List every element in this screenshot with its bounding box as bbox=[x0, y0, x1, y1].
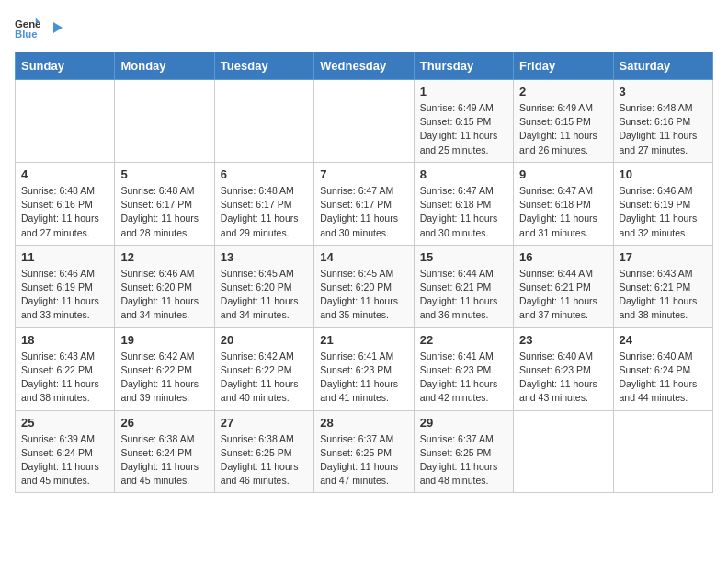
day-number: 15 bbox=[420, 250, 507, 264]
day-number: 1 bbox=[420, 85, 507, 98]
day-info: Sunrise: 6:49 AMSunset: 6:15 PMDaylight:… bbox=[519, 101, 607, 157]
calendar-week-row: 1Sunrise: 6:49 AMSunset: 6:15 PMDaylight… bbox=[16, 80, 713, 163]
day-number: 12 bbox=[120, 250, 208, 264]
day-number: 10 bbox=[620, 167, 707, 181]
day-info: Sunrise: 6:47 AMSunset: 6:18 PMDaylight:… bbox=[420, 184, 507, 240]
day-info: Sunrise: 6:38 AMSunset: 6:24 PMDaylight:… bbox=[120, 432, 208, 488]
day-info: Sunrise: 6:46 AMSunset: 6:19 PMDaylight:… bbox=[620, 184, 707, 240]
day-info: Sunrise: 6:44 AMSunset: 6:21 PMDaylight:… bbox=[420, 267, 507, 323]
day-info: Sunrise: 6:45 AMSunset: 6:20 PMDaylight:… bbox=[221, 267, 308, 323]
day-info: Sunrise: 6:37 AMSunset: 6:25 PMDaylight:… bbox=[320, 432, 407, 488]
calendar-cell bbox=[214, 80, 313, 163]
calendar-cell bbox=[514, 410, 613, 493]
calendar-week-row: 25Sunrise: 6:39 AMSunset: 6:24 PMDayligh… bbox=[16, 410, 713, 493]
calendar-header: SundayMondayTuesdayWednesdayThursdayFrid… bbox=[16, 52, 713, 80]
day-info: Sunrise: 6:40 AMSunset: 6:23 PMDaylight:… bbox=[519, 350, 607, 406]
day-number: 18 bbox=[21, 333, 108, 347]
calendar-body: 1Sunrise: 6:49 AMSunset: 6:15 PMDaylight… bbox=[16, 80, 713, 493]
weekday-header-wednesday: Wednesday bbox=[314, 52, 414, 80]
day-number: 23 bbox=[519, 333, 607, 347]
day-number: 17 bbox=[620, 250, 707, 264]
calendar-cell: 20Sunrise: 6:42 AMSunset: 6:22 PMDayligh… bbox=[214, 327, 313, 410]
day-info: Sunrise: 6:48 AMSunset: 6:17 PMDaylight:… bbox=[221, 184, 308, 240]
calendar-cell: 26Sunrise: 6:38 AMSunset: 6:24 PMDayligh… bbox=[115, 410, 214, 493]
calendar-cell bbox=[115, 80, 214, 163]
day-number: 14 bbox=[320, 250, 407, 264]
day-info: Sunrise: 6:47 AMSunset: 6:17 PMDaylight:… bbox=[320, 184, 407, 240]
day-info: Sunrise: 6:46 AMSunset: 6:19 PMDaylight:… bbox=[21, 267, 108, 323]
calendar-cell: 22Sunrise: 6:41 AMSunset: 6:23 PMDayligh… bbox=[414, 327, 513, 410]
day-info: Sunrise: 6:41 AMSunset: 6:23 PMDaylight:… bbox=[320, 350, 407, 406]
day-info: Sunrise: 6:46 AMSunset: 6:20 PMDaylight:… bbox=[120, 267, 208, 323]
day-info: Sunrise: 6:45 AMSunset: 6:20 PMDaylight:… bbox=[320, 267, 407, 323]
calendar-cell: 2Sunrise: 6:49 AMSunset: 6:15 PMDaylight… bbox=[514, 80, 613, 163]
day-number: 22 bbox=[420, 333, 507, 347]
calendar-cell bbox=[314, 80, 414, 163]
calendar-week-row: 4Sunrise: 6:48 AMSunset: 6:16 PMDaylight… bbox=[16, 162, 713, 245]
day-number: 9 bbox=[519, 167, 607, 181]
calendar-cell: 13Sunrise: 6:45 AMSunset: 6:20 PMDayligh… bbox=[214, 245, 313, 327]
calendar-cell: 23Sunrise: 6:40 AMSunset: 6:23 PMDayligh… bbox=[514, 327, 613, 410]
weekday-header-thursday: Thursday bbox=[414, 52, 513, 80]
weekday-header-saturday: Saturday bbox=[613, 52, 712, 80]
calendar-cell: 10Sunrise: 6:46 AMSunset: 6:19 PMDayligh… bbox=[613, 162, 712, 245]
day-info: Sunrise: 6:49 AMSunset: 6:15 PMDaylight:… bbox=[420, 101, 507, 157]
day-info: Sunrise: 6:48 AMSunset: 6:17 PMDaylight:… bbox=[120, 184, 208, 240]
day-number: 29 bbox=[420, 416, 507, 430]
day-number: 6 bbox=[221, 167, 308, 181]
calendar-cell: 6Sunrise: 6:48 AMSunset: 6:17 PMDaylight… bbox=[214, 162, 313, 245]
weekday-header-row: SundayMondayTuesdayWednesdayThursdayFrid… bbox=[16, 52, 713, 80]
calendar-week-row: 11Sunrise: 6:46 AMSunset: 6:19 PMDayligh… bbox=[16, 245, 713, 327]
day-number: 2 bbox=[519, 85, 607, 98]
calendar-cell bbox=[16, 80, 115, 163]
weekday-header-monday: Monday bbox=[115, 52, 214, 80]
day-info: Sunrise: 6:41 AMSunset: 6:23 PMDaylight:… bbox=[420, 350, 507, 406]
day-info: Sunrise: 6:43 AMSunset: 6:22 PMDaylight:… bbox=[21, 350, 108, 406]
day-number: 5 bbox=[120, 167, 208, 181]
calendar-cell: 1Sunrise: 6:49 AMSunset: 6:15 PMDaylight… bbox=[414, 80, 513, 163]
calendar-cell: 16Sunrise: 6:44 AMSunset: 6:21 PMDayligh… bbox=[514, 245, 613, 327]
day-number: 16 bbox=[519, 250, 607, 264]
calendar-cell: 27Sunrise: 6:38 AMSunset: 6:25 PMDayligh… bbox=[214, 410, 313, 493]
logo: General Blue bbox=[15, 15, 64, 40]
calendar-cell: 12Sunrise: 6:46 AMSunset: 6:20 PMDayligh… bbox=[115, 245, 214, 327]
calendar-cell: 5Sunrise: 6:48 AMSunset: 6:17 PMDaylight… bbox=[115, 162, 214, 245]
calendar-cell: 15Sunrise: 6:44 AMSunset: 6:21 PMDayligh… bbox=[414, 245, 513, 327]
calendar-cell bbox=[613, 410, 712, 493]
calendar-cell: 29Sunrise: 6:37 AMSunset: 6:25 PMDayligh… bbox=[414, 410, 513, 493]
day-number: 4 bbox=[21, 167, 108, 181]
day-info: Sunrise: 6:48 AMSunset: 6:16 PMDaylight:… bbox=[620, 101, 707, 157]
day-number: 7 bbox=[320, 167, 407, 181]
calendar-table: SundayMondayTuesdayWednesdayThursdayFrid… bbox=[15, 52, 713, 493]
calendar-cell: 9Sunrise: 6:47 AMSunset: 6:18 PMDaylight… bbox=[514, 162, 613, 245]
day-number: 27 bbox=[221, 416, 308, 430]
logo-icon: General Blue bbox=[15, 15, 40, 40]
day-number: 28 bbox=[320, 416, 407, 430]
calendar-cell: 18Sunrise: 6:43 AMSunset: 6:22 PMDayligh… bbox=[16, 327, 115, 410]
calendar-cell: 14Sunrise: 6:45 AMSunset: 6:20 PMDayligh… bbox=[314, 245, 414, 327]
day-info: Sunrise: 6:43 AMSunset: 6:21 PMDaylight:… bbox=[620, 267, 707, 323]
weekday-header-sunday: Sunday bbox=[16, 52, 115, 80]
calendar-cell: 8Sunrise: 6:47 AMSunset: 6:18 PMDaylight… bbox=[414, 162, 513, 245]
day-info: Sunrise: 6:39 AMSunset: 6:24 PMDaylight:… bbox=[21, 432, 108, 488]
calendar-cell: 25Sunrise: 6:39 AMSunset: 6:24 PMDayligh… bbox=[16, 410, 115, 493]
logo-arrow-icon bbox=[50, 20, 64, 35]
calendar-cell: 19Sunrise: 6:42 AMSunset: 6:22 PMDayligh… bbox=[115, 327, 214, 410]
weekday-header-tuesday: Tuesday bbox=[214, 52, 313, 80]
day-info: Sunrise: 6:47 AMSunset: 6:18 PMDaylight:… bbox=[519, 184, 607, 240]
calendar-cell: 28Sunrise: 6:37 AMSunset: 6:25 PMDayligh… bbox=[314, 410, 414, 493]
day-number: 11 bbox=[21, 250, 108, 264]
day-info: Sunrise: 6:48 AMSunset: 6:16 PMDaylight:… bbox=[21, 184, 108, 240]
day-number: 24 bbox=[620, 333, 707, 347]
calendar-cell: 4Sunrise: 6:48 AMSunset: 6:16 PMDaylight… bbox=[16, 162, 115, 245]
day-number: 20 bbox=[221, 333, 308, 347]
calendar-cell: 7Sunrise: 6:47 AMSunset: 6:17 PMDaylight… bbox=[314, 162, 414, 245]
day-info: Sunrise: 6:44 AMSunset: 6:21 PMDaylight:… bbox=[519, 267, 607, 323]
day-number: 21 bbox=[320, 333, 407, 347]
day-number: 25 bbox=[21, 416, 108, 430]
day-info: Sunrise: 6:38 AMSunset: 6:25 PMDaylight:… bbox=[221, 432, 308, 488]
day-number: 19 bbox=[120, 333, 208, 347]
page-header: General Blue bbox=[15, 15, 713, 40]
day-number: 3 bbox=[620, 85, 707, 98]
weekday-header-friday: Friday bbox=[514, 52, 613, 80]
